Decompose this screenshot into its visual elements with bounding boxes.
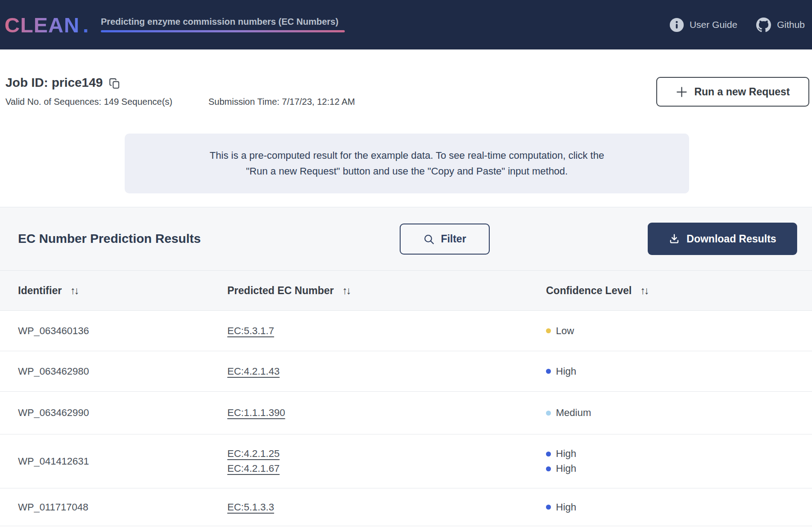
results-toolbar: EC Number Prediction Results Filter Down…: [0, 207, 812, 270]
ec-number-link[interactable]: EC:4.2.1.25: [227, 448, 280, 460]
ec-number-link[interactable]: EC:5.3.1.7: [227, 325, 274, 337]
identifier-cell: WP_063460136: [18, 325, 227, 337]
confidence-entry: High: [546, 448, 812, 460]
copy-job-id-icon[interactable]: [109, 77, 120, 89]
confidence-dot: [546, 328, 551, 333]
ec-number-link[interactable]: EC:1.1.1.390: [227, 407, 285, 419]
confidence-label: Medium: [556, 407, 591, 419]
column-header-identifier[interactable]: Identifier ↑↓: [18, 285, 227, 297]
identifier-cell: WP_011717048: [18, 501, 227, 513]
table-row: WP_063462980 EC:4.2.1.43 High: [0, 351, 812, 392]
search-icon: [423, 233, 435, 245]
download-results-label: Download Results: [686, 233, 776, 245]
table-row: WP_063462990 EC:1.1.1.390 Medium: [0, 392, 812, 434]
submission-time-text: Submission Time: 7/17/23, 12:12 AM: [208, 97, 355, 107]
confidence-label: High: [556, 366, 576, 377]
subtitle-gradient-underline: [101, 30, 345, 32]
app-header: CLEAN . Predicting enzyme commission num…: [0, 0, 812, 49]
nav-user-guide[interactable]: User Guide: [670, 18, 737, 32]
table-row: WP_041412631 EC:4.2.1.25 EC:4.2.1.67 Hig…: [0, 434, 812, 488]
download-icon: [668, 233, 680, 245]
confidence-dot: [546, 505, 551, 510]
valid-sequences-text: Valid No. of Sequences: 149 Sequence(s): [5, 97, 172, 107]
filter-button[interactable]: Filter: [400, 224, 490, 255]
confidence-cell: High: [546, 501, 812, 513]
confidence-entry: High: [546, 501, 812, 513]
confidence-cell: High High: [546, 448, 812, 474]
plus-icon: [676, 86, 688, 98]
app-subtitle: Predicting enzyme commission numbers (EC…: [101, 17, 345, 32]
identifier-cell: WP_063462990: [18, 407, 227, 419]
ec-number-link[interactable]: EC:5.1.3.3: [227, 501, 274, 513]
ec-number-cell: EC:5.1.3.3: [227, 501, 546, 513]
identifier-cell: WP_063462980: [18, 366, 227, 377]
download-results-button[interactable]: Download Results: [648, 223, 797, 255]
sort-icon[interactable]: ↑↓: [70, 285, 78, 297]
run-new-request-button[interactable]: Run a new Request: [656, 77, 809, 107]
results-panel: EC Number Prediction Results Filter Down…: [0, 207, 812, 526]
column-label: Identifier: [18, 285, 62, 297]
app-logo[interactable]: CLEAN .: [5, 14, 89, 36]
app-subtitle-text: Predicting enzyme commission numbers (EC…: [101, 17, 345, 27]
confidence-dot: [546, 452, 551, 456]
identifier-cell: WP_041412631: [18, 456, 227, 467]
ec-number-cell: EC:4.2.1.25 EC:4.2.1.67: [227, 448, 546, 474]
nav-user-guide-label: User Guide: [690, 19, 737, 30]
logo-text: CLEAN: [5, 14, 80, 36]
header-nav: User Guide Github: [670, 18, 805, 32]
confidence-dot: [546, 411, 551, 416]
confidence-dot: [546, 369, 551, 374]
column-label: Predicted EC Number: [227, 285, 334, 297]
job-id-value: price149: [52, 76, 103, 89]
precomputed-result-notice: This is a pre-computed result for the ex…: [125, 134, 689, 193]
job-summary-section: Job ID: price149 Valid No. of Sequences:…: [0, 49, 812, 107]
ec-number-cell: EC:5.3.1.7: [227, 325, 546, 337]
ec-number-cell: EC:4.2.1.43: [227, 366, 546, 377]
table-header-row: Identifier ↑↓ Predicted EC Number ↑↓ Con…: [0, 270, 812, 311]
confidence-label: High: [556, 463, 576, 474]
confidence-entry: High: [546, 463, 812, 474]
sort-icon[interactable]: ↑↓: [342, 285, 350, 297]
github-icon: [756, 18, 771, 32]
table-row: WP_063460136 EC:5.3.1.7 Low: [0, 311, 812, 351]
table-row: WP_011717048 EC:5.1.3.3 High: [0, 488, 812, 526]
confidence-label: High: [556, 448, 576, 460]
confidence-entry: Medium: [546, 407, 812, 419]
nav-github-label: Github: [777, 19, 805, 30]
filter-button-label: Filter: [441, 233, 466, 245]
ec-number-link[interactable]: EC:4.2.1.43: [227, 366, 280, 377]
confidence-cell: Medium: [546, 407, 812, 419]
job-id-label: Job ID:: [5, 76, 48, 89]
column-header-predicted-ec[interactable]: Predicted EC Number ↑↓: [227, 285, 546, 297]
ec-number-cell: EC:1.1.1.390: [227, 407, 546, 419]
confidence-label: High: [556, 501, 576, 513]
notice-line-2: "Run a new Request" button and use the "…: [246, 166, 568, 177]
notice-line-1: This is a pre-computed result for the ex…: [210, 150, 604, 161]
logo-period: .: [83, 14, 89, 36]
confidence-entry: High: [546, 366, 812, 377]
confidence-dot: [546, 466, 551, 471]
job-id-title: Job ID: price149: [5, 76, 103, 90]
confidence-label: Low: [556, 325, 574, 337]
column-header-confidence[interactable]: Confidence Level ↑↓: [546, 285, 812, 297]
confidence-entry: Low: [546, 325, 812, 337]
confidence-cell: Low: [546, 325, 812, 337]
confidence-cell: High: [546, 366, 812, 377]
ec-number-link[interactable]: EC:4.2.1.67: [227, 463, 280, 474]
nav-github[interactable]: Github: [756, 18, 805, 32]
column-label: Confidence Level: [546, 285, 632, 297]
run-new-request-label: Run a new Request: [694, 86, 789, 98]
results-title: EC Number Prediction Results: [18, 232, 201, 246]
sort-icon[interactable]: ↑↓: [640, 285, 648, 297]
info-circle-icon: [670, 18, 684, 32]
